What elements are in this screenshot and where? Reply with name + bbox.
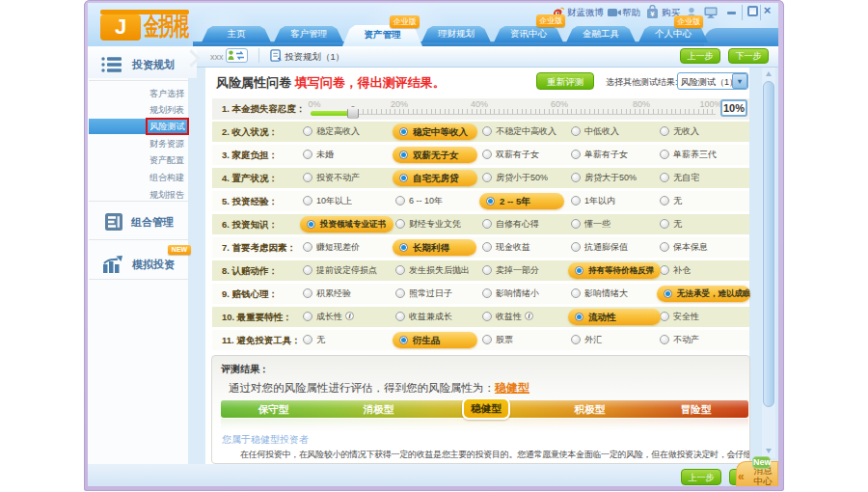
svg-text:¥: ¥ <box>650 10 655 18</box>
